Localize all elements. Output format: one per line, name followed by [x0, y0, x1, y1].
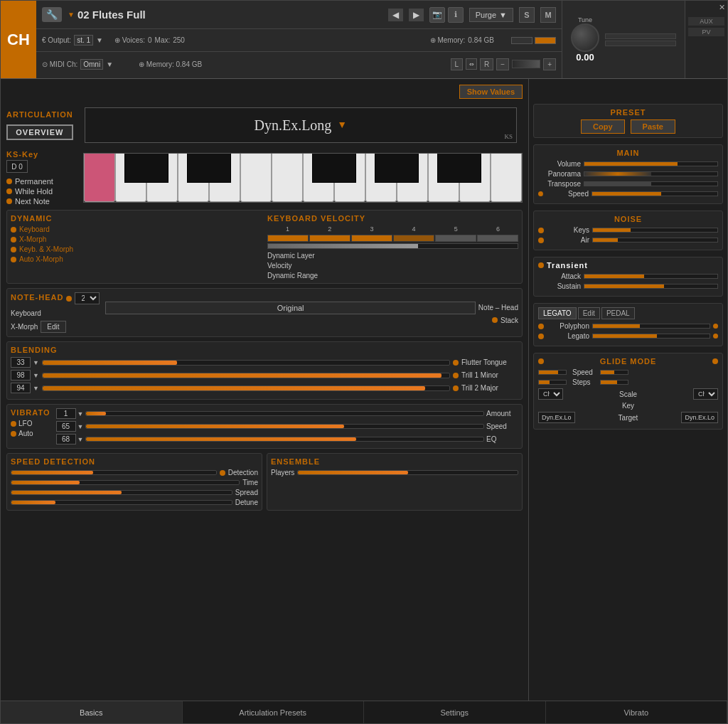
- note-head-edit-btn[interactable]: Edit: [41, 321, 65, 333]
- midi-dropdown[interactable]: ▼: [106, 60, 113, 68]
- blend-num-1[interactable]: 33: [11, 357, 31, 368]
- s-button[interactable]: S: [519, 7, 535, 23]
- polyphon-dot2[interactable]: [713, 324, 718, 329]
- blend-slider-1[interactable]: [42, 360, 450, 366]
- preset-dropdown[interactable]: Dyn.Ex.Long ▼ KS: [85, 107, 517, 143]
- air-dot[interactable]: [538, 238, 544, 243]
- speed-slider-4[interactable]: [11, 500, 232, 505]
- dropdown-arrow-small: ▼: [68, 11, 75, 18]
- polyphon-slider[interactable]: [592, 324, 710, 329]
- blend-slider-3[interactable]: [42, 385, 450, 391]
- glide-dot[interactable]: [538, 358, 544, 364]
- tune-label: Tune: [578, 16, 592, 23]
- lfo-dot[interactable]: [11, 421, 16, 427]
- tab-basics[interactable]: Basics: [1, 701, 183, 723]
- close-btn[interactable]: ✕: [719, 3, 725, 12]
- permanent-label: Permanent: [15, 177, 53, 186]
- speed-main-slider[interactable]: [592, 191, 718, 196]
- tune-knob[interactable]: [571, 23, 599, 52]
- trill2-dot[interactable]: [453, 385, 459, 391]
- blend-dropdown-1[interactable]: ▼: [33, 359, 39, 366]
- flutter-dot[interactable]: [453, 360, 459, 366]
- tab-articulation-presets[interactable]: Articulation Presets: [183, 701, 365, 723]
- nh-preset-btn[interactable]: Original: [105, 302, 475, 314]
- transpose-slider[interactable]: [584, 181, 718, 186]
- scale-select-right[interactable]: ChrMajMin: [693, 388, 718, 400]
- keyboard-dot[interactable]: [11, 227, 16, 233]
- vibrato-num-2[interactable]: 65: [56, 421, 76, 432]
- keys-dot[interactable]: [538, 228, 544, 233]
- blend-dropdown-3[interactable]: ▼: [33, 385, 39, 392]
- legato-row-dot[interactable]: [538, 334, 544, 339]
- paste-btn[interactable]: Paste: [631, 119, 675, 134]
- meter-minus[interactable]: −: [496, 58, 509, 70]
- keys-slider[interactable]: [592, 228, 718, 233]
- speed-slider-3[interactable]: [11, 490, 232, 495]
- meter-l[interactable]: L: [451, 58, 464, 70]
- velocity-bar-row[interactable]: [267, 235, 518, 242]
- legato-dot2[interactable]: [713, 334, 718, 339]
- prev-preset-btn[interactable]: ◀: [388, 9, 403, 21]
- m-button[interactable]: M: [540, 7, 556, 23]
- stack-dot[interactable]: [492, 317, 498, 323]
- dest-target-box[interactable]: Dyn.Ex.Lo: [681, 412, 718, 423]
- overview-btn[interactable]: Overview: [6, 124, 73, 140]
- scale-select-left[interactable]: ChrMajMin: [538, 388, 563, 400]
- polyphon-dot[interactable]: [538, 324, 544, 329]
- vibrato-slider-1[interactable]: [85, 411, 484, 416]
- info-icon[interactable]: ℹ: [448, 7, 464, 23]
- legato-tab[interactable]: LEGATO: [538, 307, 577, 319]
- note-head-num-select[interactable]: 213: [75, 292, 100, 304]
- blend-num-3[interactable]: 94: [11, 383, 31, 393]
- meter-r[interactable]: R: [480, 58, 493, 70]
- vibrato-slider-2[interactable]: [85, 424, 484, 429]
- output-dropdown[interactable]: ▼: [96, 36, 103, 44]
- vel-num-1: 1: [267, 225, 308, 233]
- purge-btn[interactable]: Purge ▼: [469, 8, 513, 22]
- air-label: Air: [547, 236, 589, 244]
- tab-vibrato[interactable]: Vibrato: [546, 701, 728, 723]
- blend-dropdown-2[interactable]: ▼: [33, 372, 39, 379]
- show-values-btn[interactable]: Show Values: [459, 85, 523, 99]
- keyb-xmorph-label: Keyb. & X-Morph: [19, 245, 97, 253]
- vibrato-slider-3[interactable]: [85, 437, 484, 442]
- blend-slider-2[interactable]: [42, 373, 450, 378]
- copy-btn[interactable]: Copy: [581, 119, 625, 134]
- speed-slider-1[interactable]: [11, 470, 217, 475]
- air-slider[interactable]: [592, 238, 718, 243]
- tune-value: 0.00: [576, 52, 594, 63]
- memory-value: 0.84 GB: [468, 36, 494, 44]
- tab-settings[interactable]: Settings: [364, 701, 546, 723]
- pedal-btn[interactable]: PEDAL: [601, 307, 635, 319]
- output-value[interactable]: st. 1: [74, 35, 93, 46]
- panorama-slider[interactable]: [584, 171, 718, 176]
- volume-slider[interactable]: [584, 161, 718, 166]
- legato-edit-btn[interactable]: Edit: [578, 307, 600, 319]
- camera-icon[interactable]: 📷: [429, 7, 445, 23]
- trill1-dot[interactable]: [453, 373, 459, 378]
- speed-main-dot[interactable]: [538, 191, 543, 196]
- vibrato-num-3[interactable]: 68: [56, 434, 76, 444]
- legato-row-slider[interactable]: [592, 334, 710, 339]
- wrench-icon[interactable]: 🔧: [42, 7, 62, 22]
- xmorph-dot[interactable]: [11, 237, 16, 243]
- blend-num-2[interactable]: 98: [11, 370, 31, 380]
- note-head-dot[interactable]: [66, 296, 72, 302]
- auto-xmorph-dot[interactable]: [11, 257, 16, 262]
- next-preset-btn[interactable]: ▶: [409, 9, 424, 21]
- meter-plus[interactable]: +: [543, 58, 556, 70]
- vibrato-num-1[interactable]: 1: [56, 408, 76, 419]
- keyb-xmorph-dot[interactable]: [11, 247, 16, 252]
- transient-dot[interactable]: [538, 262, 544, 268]
- auto-dot[interactable]: [11, 431, 16, 437]
- attack-slider[interactable]: [584, 274, 718, 279]
- sustain-slider[interactable]: [584, 284, 718, 289]
- glide-dot2[interactable]: [712, 358, 718, 364]
- volume-label: Volume: [538, 160, 581, 168]
- source-target-box[interactable]: Dyn.Ex.Lo: [538, 412, 575, 423]
- midi-value[interactable]: Omni: [80, 59, 103, 70]
- detection-dot[interactable]: [220, 470, 225, 476]
- players-slider[interactable]: [297, 470, 518, 475]
- speed-slider-2[interactable]: [11, 480, 240, 485]
- piano-keyboard[interactable]: [83, 153, 523, 203]
